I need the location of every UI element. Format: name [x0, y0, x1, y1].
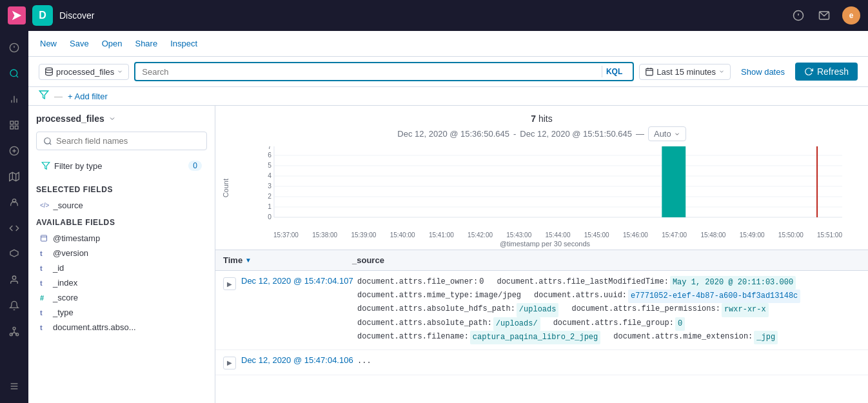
kql-badge[interactable]: KQL [602, 66, 626, 77]
type-type-icon: t [40, 309, 49, 317]
row-time-1[interactable]: Dec 12, 2020 @ 15:47:04.107 [241, 276, 357, 286]
date-from: Dec 12, 2020 @ 15:36:50.645 [397, 129, 509, 139]
svg-rect-13 [15, 121, 18, 124]
svg-text:7: 7 [268, 146, 271, 150]
src-val-teal: _jpg [754, 331, 778, 344]
col-time-header[interactable]: Time ▼ [223, 255, 352, 265]
svg-rect-14 [10, 126, 14, 129]
menu-save[interactable]: Save [68, 36, 90, 51]
nav-dashboard[interactable] [3, 113, 26, 137]
src-key: document.attrs.file_permissions: [571, 303, 720, 317]
svg-point-21 [13, 327, 15, 329]
search-fields-box[interactable] [36, 132, 207, 150]
nav-alerts[interactable] [3, 294, 26, 317]
field-doc-attrs[interactable]: t document.attrs.abso... [36, 320, 207, 335]
x-axis-ticks: 15:37:0015:38:0015:39:0015:40:0015:41:00… [248, 230, 842, 239]
index-type-icon: t [40, 279, 49, 287]
field-type-item[interactable]: t _type [36, 305, 207, 320]
expand-row-2[interactable]: ▶ [223, 357, 236, 369]
filter-icon[interactable] [39, 90, 49, 103]
search-box[interactable]: KQL [134, 62, 634, 81]
id-type-icon: t [40, 264, 49, 272]
field-score-name: _score [53, 293, 78, 302]
src-val-teal: captura_paqina_libro_2_jpeg [470, 331, 600, 344]
time-picker[interactable]: Last 15 minutes [639, 64, 731, 80]
src-val-blue: e7771052-e1ef-4b87-a600-b4f3ad13148c [628, 290, 800, 303]
nav-home[interactable] [3, 36, 26, 59]
menu-new[interactable]: New [39, 36, 58, 51]
menu-open[interactable]: Open [101, 36, 124, 51]
mail-icon[interactable] [816, 8, 832, 23]
nav-integrations[interactable] [3, 320, 26, 343]
date-separator: - [513, 129, 516, 139]
nav-discover[interactable] [3, 62, 26, 85]
sidebar-index-header[interactable]: processed_files [36, 113, 207, 124]
hits-label: hits [538, 113, 553, 124]
field-score[interactable]: # _score [36, 290, 207, 305]
show-dates-link[interactable]: Show dates [736, 67, 790, 77]
svg-marker-35 [39, 91, 48, 99]
search-fields-input[interactable] [56, 136, 200, 146]
timestamp-type-icon [40, 234, 49, 243]
field-source[interactable]: </> _source [36, 198, 207, 213]
time-col-label: Time [223, 255, 242, 265]
nav-stack[interactable] [3, 242, 26, 266]
field-timestamp[interactable]: @timestamp [36, 231, 207, 246]
src-val-teal: May 1, 2020 @ 20:11:03.000 [670, 276, 796, 290]
hits-count: 7 [531, 113, 536, 124]
nav-maps[interactable] [3, 165, 26, 188]
left-nav [0, 31, 28, 403]
field-version[interactable]: t @version [36, 246, 207, 260]
auto-select[interactable]: Auto [648, 126, 686, 141]
data-table: Time ▼ _source ▶ Dec 12, 2020 @ 15:47:04… [215, 250, 868, 403]
row-time-2[interactable]: Dec 12, 2020 @ 15:47:04.106 [241, 355, 357, 365]
search-input[interactable] [142, 67, 602, 77]
svg-point-30 [46, 68, 53, 70]
date-to: Dec 12, 2020 @ 15:51:50.645 [520, 129, 632, 139]
index-selector[interactable]: processed_files [39, 64, 129, 80]
src-key: document.attrs.filename: [357, 331, 469, 344]
main-panel: 7 hits Dec 12, 2020 @ 15:36:50.645 - Dec… [215, 106, 868, 403]
field-id[interactable]: t _id [36, 260, 207, 275]
nav-settings[interactable] [3, 375, 26, 398]
filter-by-type[interactable]: Filter by type 0 [36, 157, 207, 175]
svg-text:6: 6 [268, 152, 271, 159]
sort-arrow: ▼ [245, 257, 252, 264]
menu-share[interactable]: Share [133, 36, 159, 51]
svg-marker-38 [42, 162, 50, 170]
src-val-teal: /uploads/ [493, 317, 540, 331]
field-index[interactable]: t _index [36, 275, 207, 290]
menu-inspect[interactable]: Inspect [169, 36, 199, 51]
svg-text:5: 5 [268, 162, 271, 169]
expand-row-1[interactable]: ▶ [223, 277, 236, 290]
src-val: 0 [479, 276, 484, 290]
svg-point-20 [12, 276, 15, 279]
table-header: Time ▼ _source [215, 250, 868, 271]
refresh-button[interactable]: Refresh [795, 63, 858, 81]
src-key: document.attrs.uuid: [534, 290, 627, 303]
top-bar: D Discover e [0, 0, 868, 31]
field-version-name: @version [53, 248, 88, 258]
nav-ml[interactable] [3, 191, 26, 214]
x-axis-label: @timestamp per 30 seconds [248, 240, 842, 248]
available-fields-title: Available fields [36, 218, 207, 227]
src-val-teal: 0 [675, 317, 685, 331]
col-source-header: _source [352, 255, 860, 265]
filter-type-label: Filter by type [54, 161, 102, 171]
menu-bar: New Save Open Share Inspect [28, 31, 868, 57]
version-type-icon: t [40, 250, 49, 257]
nav-user-management[interactable] [3, 268, 26, 291]
nav-devtools[interactable] [3, 217, 26, 240]
svg-rect-31 [646, 68, 653, 75]
add-filter-button[interactable]: + Add filter [68, 92, 108, 101]
row-source-1: document.attrs.file_owner: 0 document.at… [357, 276, 860, 344]
nav-canvas[interactable] [3, 139, 26, 162]
nav-visualize[interactable] [3, 88, 26, 111]
svg-line-37 [50, 143, 52, 144]
source-field-name: _source [53, 201, 83, 210]
app-title: Discover [59, 10, 784, 21]
alert-icon[interactable] [791, 8, 806, 23]
user-avatar[interactable]: e [842, 6, 860, 25]
src-key: document.attrs.mime_type: [357, 290, 473, 303]
table-row: ▶ Dec 12, 2020 @ 15:47:04.106 ... [215, 350, 868, 375]
